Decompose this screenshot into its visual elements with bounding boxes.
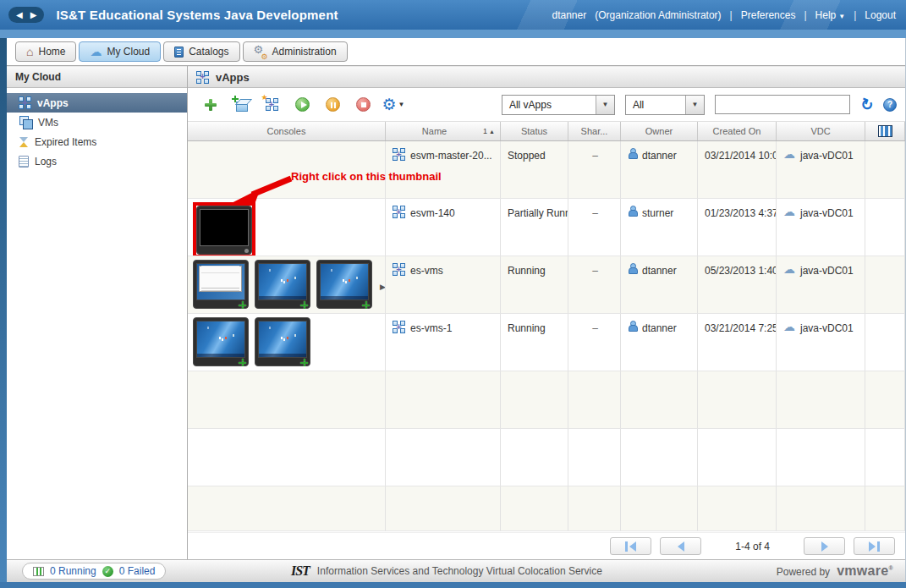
logs-icon (19, 156, 29, 168)
popup-console-icon[interactable] (362, 301, 370, 309)
column-header-name[interactable]: Name 1 (386, 122, 501, 140)
main-tab-bar: ⌂ Home ☁ My Cloud Catalogs Administratio… (7, 38, 905, 66)
vapp-name[interactable]: esvm-master-20... (410, 150, 492, 162)
status-cell: Partially Running (501, 199, 568, 256)
owner-name: sturner (642, 207, 673, 219)
actions-gear-button[interactable]: ⚙▼ (382, 96, 404, 113)
column-header-consoles[interactable]: Consoles (188, 122, 386, 140)
thumbnail-screen (196, 321, 245, 358)
cube-plus-icon (233, 97, 249, 112)
column-header-owner[interactable]: Owner (621, 122, 698, 140)
start-button[interactable] (291, 97, 313, 112)
vapp-name[interactable]: esvm-140 (410, 207, 455, 219)
console-thumbnail-desktop-screen[interactable] (255, 260, 310, 309)
column-header-vdc[interactable]: VDC (777, 122, 865, 140)
tab-home[interactable]: ⌂ Home (15, 41, 76, 62)
created-on-cell: 01/23/2013 4:37 PM (698, 199, 777, 256)
empty-table-row (188, 486, 905, 531)
forward-arrow-icon[interactable]: ▶ (30, 11, 37, 19)
name-cell[interactable]: es-vms-1 (386, 314, 501, 371)
name-cell[interactable]: esvm-140 (386, 199, 501, 256)
shared-cell: – (568, 314, 621, 371)
main-panel: vApps ★ ⚙▼ All vApps ▼ All ▼ ↻ (188, 66, 905, 559)
stop-button[interactable] (352, 97, 374, 112)
console-thumbnail-window-screen[interactable] (193, 260, 249, 309)
owner-cell: dtanner (621, 256, 698, 314)
help-icon[interactable]: ? (883, 98, 897, 112)
spacer-cell (865, 199, 905, 256)
column-selector-icon[interactable] (878, 125, 892, 137)
chevron-down-icon: ▼ (838, 13, 845, 20)
table-row[interactable]: es-vms-1 Running – dtanner 03/21/2014 7:… (188, 314, 905, 371)
created-on-cell: 03/21/2014 10:00 AM (698, 141, 777, 199)
table-body: Right click on this thumbnail esvm-maste… (188, 141, 905, 532)
tab-administration[interactable]: Administration (243, 41, 348, 62)
table-row[interactable]: esvm-140 Partially Running – sturner 01/… (188, 199, 905, 256)
user-role: (Organization Administrator) (595, 9, 721, 21)
pause-icon (326, 97, 340, 112)
back-arrow-icon[interactable]: ◀ (16, 11, 23, 19)
name-cell[interactable]: es-vms (386, 256, 501, 314)
popup-console-icon[interactable] (239, 359, 246, 366)
column-header-shared[interactable]: Shar... (568, 122, 621, 140)
vdc-name[interactable]: java-vDC01 (800, 265, 854, 277)
scope-filter-dropdown[interactable]: All ▼ (625, 95, 705, 115)
next-page-button[interactable] (804, 537, 845, 555)
tab-my-cloud[interactable]: ☁ My Cloud (79, 41, 161, 62)
add-vapp-button[interactable] (200, 98, 222, 112)
sidebar-item-vapps[interactable]: vApps (7, 93, 187, 113)
sidebar-title: My Cloud (7, 66, 187, 88)
footer-branding: IST Information Services and Technology … (291, 563, 602, 579)
tab-catalogs[interactable]: Catalogs (163, 41, 239, 62)
vdc-name[interactable]: java-vDC01 (800, 322, 854, 334)
vapp-name[interactable]: es-vms-1 (410, 322, 452, 334)
chevron-down-icon[interactable]: ▼ (685, 96, 704, 114)
popup-console-icon[interactable] (239, 301, 246, 309)
logout-link[interactable]: Logout (865, 9, 896, 21)
history-nav[interactable]: ◀ ▶ (8, 7, 44, 23)
console-thumbnail-desktop-screen[interactable] (316, 260, 372, 309)
vdc-cloud-icon: ☁ (783, 148, 795, 160)
vapps-filter-dropdown[interactable]: All vApps ▼ (502, 95, 615, 115)
tasks-status-pill[interactable]: 0 Running ✓ 0 Failed (22, 563, 166, 580)
build-new-vapp-button[interactable]: ★ (261, 98, 283, 111)
service-label: Information Services and Technology Virt… (317, 565, 602, 577)
popup-console-icon[interactable] (300, 301, 308, 309)
column-header-created-on[interactable]: Created On (698, 122, 777, 140)
refresh-icon[interactable]: ↻ (858, 95, 875, 113)
powered-by: Powered by vmware® (777, 563, 893, 579)
vdc-name[interactable]: java-vDC01 (800, 150, 854, 162)
sidebar-item-vms[interactable]: VMs (7, 113, 187, 132)
column-selector[interactable] (865, 122, 905, 140)
console-thumbnail-desktop-screen[interactable] (193, 317, 249, 366)
search-input[interactable] (715, 95, 850, 114)
chevron-down-icon[interactable]: ▼ (596, 96, 614, 114)
help-menu[interactable]: Help▼ (815, 9, 846, 21)
spacer-cell (865, 314, 905, 371)
suspend-button[interactable] (321, 97, 343, 112)
user-icon (628, 148, 637, 159)
column-header-status[interactable]: Status (501, 122, 568, 140)
popup-console-icon[interactable] (300, 359, 308, 366)
more-consoles-arrow-icon[interactable] (380, 283, 386, 291)
user-icon (628, 206, 637, 217)
previous-page-button[interactable] (660, 537, 701, 555)
vms-icon (19, 116, 32, 129)
console-thumbnail-desktop-screen[interactable] (255, 317, 310, 366)
add-from-catalog-button[interactable] (230, 97, 252, 112)
menu-separator: | (804, 9, 806, 21)
table-row[interactable]: es-vms Running – dtanner 05/23/2013 1:40… (188, 256, 905, 314)
last-page-button[interactable] (854, 537, 895, 555)
sidebar-item-expired-items[interactable]: Expired Items (7, 132, 187, 151)
vapp-name[interactable]: es-vms (410, 265, 443, 277)
user-name[interactable]: dtanner (552, 9, 587, 21)
vdc-name[interactable]: java-vDC01 (800, 207, 854, 219)
sidebar-item-logs[interactable]: Logs (7, 151, 187, 171)
preferences-link[interactable]: Preferences (741, 9, 796, 21)
console-thumbnail-black-screen[interactable] (196, 206, 252, 255)
first-page-button[interactable] (610, 537, 651, 555)
status-cell: Stopped (501, 141, 568, 199)
running-tasks-icon (33, 567, 44, 576)
window-left-border (0, 38, 7, 582)
next-page-icon (821, 541, 828, 552)
